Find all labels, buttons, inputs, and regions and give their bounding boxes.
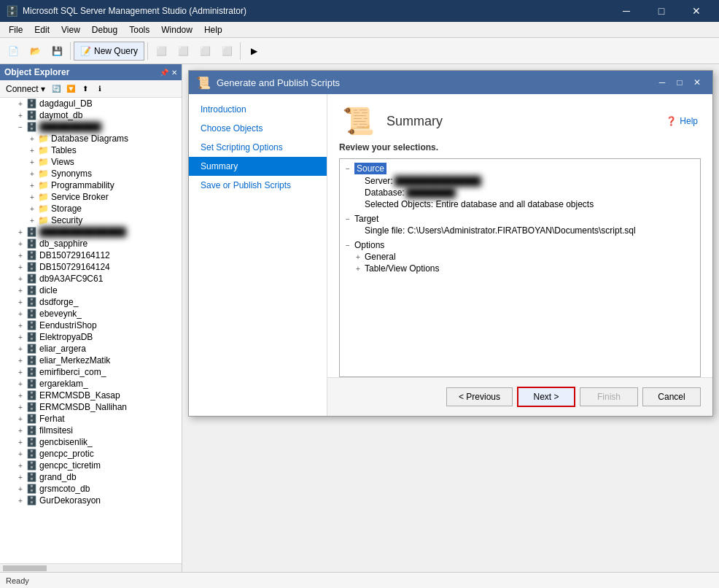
expander-daymot[interactable]: + (15, 112, 26, 120)
tree-item-elektropyaDB[interactable]: + 🗄️ ElektropyaDB (0, 331, 182, 343)
new-query-button[interactable]: 📝 New Query (74, 42, 144, 61)
tree-item-gencpc-protic[interactable]: + 🗄️ gencpc_protic (0, 448, 182, 460)
expander-eliar-merkezmatik[interactable]: + (15, 357, 26, 365)
tree-item-gurdekorasyon[interactable]: + 🗄️ GurDekorasyon (0, 495, 182, 506)
tree-item-grand-db[interactable]: + 🗄️ grand_db (0, 471, 182, 483)
help-link[interactable]: ❓ Help (666, 116, 698, 126)
tree-item-db1[interactable]: + 🗄️ DB150729164112 (0, 249, 182, 261)
expander-views[interactable]: + (26, 158, 38, 166)
tree-item-storage[interactable]: + 📁 Storage (12, 203, 182, 214)
tree-item-ermcmsdb-nallihan[interactable]: + 🗄️ ERMCMSDB_Nallihan (0, 401, 182, 413)
oe-scrollbar-h[interactable] (0, 563, 182, 572)
expander-diagrams[interactable]: + (26, 135, 38, 143)
expander-expanded-db[interactable]: − (15, 123, 26, 131)
expander-elektropyaDB[interactable]: + (15, 333, 26, 341)
toolbar-btn6[interactable]: ⬜ (217, 41, 237, 61)
maximize-button[interactable]: □ (645, 0, 678, 22)
expander-gurdekorasyon[interactable]: + (15, 497, 26, 505)
tree-item-synonyms[interactable]: + 📁 Synonyms (12, 168, 182, 179)
dialog-minimize-button[interactable]: ─ (654, 75, 670, 90)
options-expander[interactable]: − (343, 241, 353, 249)
tree-item-redacted2[interactable]: + 🗄️ ██████████████ (0, 226, 182, 238)
expander-dbsapphire[interactable]: + (15, 240, 26, 248)
nav-item-choose-objects[interactable]: Choose Objects (189, 119, 327, 138)
tree-item-db2[interactable]: + 🗄️ DB150729164124 (0, 261, 182, 273)
dialog-maximize-button[interactable]: □ (672, 75, 688, 90)
nav-item-summary[interactable]: Summary (189, 157, 327, 176)
oe-filter-button[interactable]: 🔽 (64, 82, 77, 96)
target-expander[interactable]: − (343, 215, 353, 223)
tree-item-eliar-merkezmatik[interactable]: + 🗄️ eliar_MerkezMatik (0, 355, 182, 366)
expander-security[interactable]: + (26, 217, 38, 225)
expander-ermcmsdb-kasap[interactable]: + (15, 392, 26, 400)
toolbar-btn4[interactable]: ⬜ (173, 41, 193, 61)
close-button[interactable]: ✕ (680, 0, 713, 22)
oe-connect-button[interactable]: Connect ▾ (3, 84, 48, 94)
menu-edit[interactable]: Edit (28, 23, 55, 36)
toolbar-btn5[interactable]: ⬜ (195, 41, 215, 61)
expander-ergareklam[interactable]: + (15, 380, 26, 388)
nav-item-save-publish[interactable]: Save or Publish Scripts (189, 176, 327, 195)
next-button[interactable]: Next > (517, 387, 575, 407)
expander-grsmcoto[interactable]: + (15, 485, 26, 493)
tree-item-ermcmsdb-kasap[interactable]: + 🗄️ ERMCMSDB_Kasap (0, 390, 182, 401)
finish-button[interactable]: Finish (580, 387, 638, 406)
toolbar-open[interactable]: 📂 (25, 41, 45, 61)
oe-scrollbar-thumb-h[interactable] (3, 565, 47, 571)
expander-tables[interactable]: + (26, 147, 38, 155)
expander-synonyms[interactable]: + (26, 170, 38, 178)
toolbar-new-file[interactable]: 📄 (3, 41, 23, 61)
oe-refresh-button[interactable]: 🔄 (50, 82, 63, 96)
expander-db3[interactable]: + (15, 275, 26, 283)
menu-file[interactable]: File (3, 23, 28, 36)
tree-item-tables[interactable]: + 📁 Tables (12, 144, 182, 156)
expander-db2[interactable]: + (15, 263, 26, 271)
tree-item-db3[interactable]: + 🗄️ db9A3AFC9C61 (0, 273, 182, 285)
expander-gencpc-protic[interactable]: + (15, 450, 26, 458)
tree-item-security[interactable]: + 📁 Security (12, 214, 182, 226)
expander-db1[interactable]: + (15, 252, 26, 260)
expander-grand-db[interactable]: + (15, 473, 26, 481)
oe-collapse-button[interactable]: ⬆ (79, 82, 92, 96)
expander-gencpc-ticretim[interactable]: + (15, 462, 26, 470)
tree-item-ebeveynk[interactable]: + 🗄️ ebeveynk_ (0, 308, 182, 320)
expander-service-broker[interactable]: + (26, 193, 38, 201)
tree-item-dagdagul[interactable]: + 🗄️ dagdagul_DB (0, 98, 182, 109)
menu-view[interactable]: View (55, 23, 86, 36)
menu-window[interactable]: Window (155, 23, 198, 36)
dialog-close-button[interactable]: ✕ (689, 75, 705, 90)
previous-button[interactable]: < Previous (446, 387, 513, 406)
source-expander[interactable]: − (343, 165, 353, 173)
tree-item-grsmcoto[interactable]: + 🗄️ grsmcoto_db (0, 483, 182, 495)
expander-emirfiberci[interactable]: + (15, 368, 26, 376)
toolbar-btn3[interactable]: ⬜ (151, 41, 171, 61)
tree-item-expanded-db[interactable]: − 🗄️ ██████████ (0, 121, 182, 133)
expander-ferhat[interactable]: + (15, 415, 26, 423)
tree-item-ergareklam[interactable]: + 🗄️ ergareklam_ (0, 378, 182, 390)
expander-dicle[interactable]: + (15, 287, 26, 295)
expander-filmsitesi[interactable]: + (15, 427, 26, 435)
tree-item-programmability[interactable]: + 📁 Programmability (12, 179, 182, 191)
expander-eliar-argera[interactable]: + (15, 345, 26, 353)
tree-item-daymot[interactable]: + 🗄️ daymot_db (0, 109, 182, 121)
expander-redacted2[interactable]: + (15, 228, 26, 236)
nav-item-introduction[interactable]: Introduction (189, 100, 327, 119)
expander-ermcmsdb-nallihan[interactable]: + (15, 403, 26, 411)
expander-ebeveynk[interactable]: + (15, 310, 26, 318)
tableview-expander[interactable]: + (353, 265, 363, 273)
menu-debug[interactable]: Debug (86, 23, 123, 36)
tree-item-eendustrishop[interactable]: + 🗄️ EendustriShop (0, 320, 182, 331)
toolbar-btn7[interactable]: ▶ (244, 41, 264, 61)
cancel-button[interactable]: Cancel (642, 387, 701, 406)
minimize-button[interactable]: ─ (610, 0, 643, 22)
tree-item-gencpc-ticretim[interactable]: + 🗄️ gencpc_ticretim (0, 460, 182, 471)
toolbar-save[interactable]: 💾 (47, 41, 67, 61)
tree-item-service-broker[interactable]: + 📁 Service Broker (12, 191, 182, 203)
oe-close-button[interactable]: ✕ (171, 69, 177, 77)
tree-item-views[interactable]: + 📁 Views (12, 156, 182, 168)
tree-item-diagrams[interactable]: + 📁 Database Diagrams (12, 133, 182, 144)
menu-tools[interactable]: Tools (123, 23, 155, 36)
tree-item-dbsapphire[interactable]: + 🗄️ db_sapphire (0, 238, 182, 249)
tree-item-dsdforge[interactable]: + 🗄️ dsdforge_ (0, 296, 182, 308)
expander-eendustrishop[interactable]: + (15, 322, 26, 330)
